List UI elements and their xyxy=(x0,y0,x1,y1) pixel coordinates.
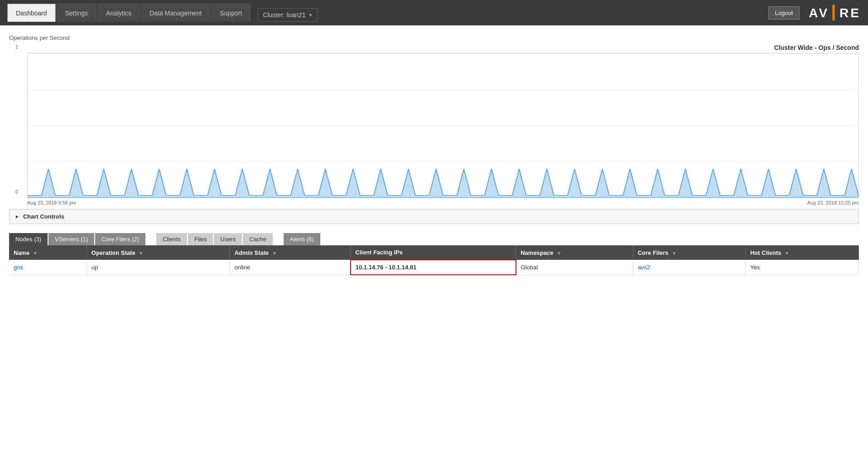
col-header-namespace: Namespace ▼ xyxy=(516,245,633,260)
chart-container: 1 0 Cluster Wide - Ops / Second A xyxy=(9,44,859,205)
table-tab-bar: Nodes (3) VServers (1) Core Filers (2) C… xyxy=(9,233,859,245)
y-axis-top: 1 xyxy=(9,44,18,49)
tab-dashboard[interactable]: Dashboard xyxy=(7,4,56,22)
sort-icon-admin-state[interactable]: ▼ xyxy=(272,251,277,256)
sort-icon-core-filers[interactable]: ▼ xyxy=(672,251,676,256)
header-right: Logout AV┃RE xyxy=(768,5,861,20)
triangle-right-icon: ► xyxy=(15,214,19,219)
header-left: Dashboard Settings Analytics Data Manage… xyxy=(7,4,318,22)
cell-hot-clients: Yes xyxy=(745,260,858,275)
col-header-client-facing-ips: Client Facing IPs xyxy=(351,245,516,260)
tab-analytics[interactable]: Analytics xyxy=(97,4,140,22)
chart-footer: Aug 23, 2018 9:56 pm Aug 23, 2018 10:25 … xyxy=(27,200,859,205)
table-tab-alerts[interactable]: Alerts (6) xyxy=(284,233,320,245)
cell-admin-state: online xyxy=(230,260,351,275)
chart-graph xyxy=(27,53,859,198)
sort-icon-operation-state[interactable]: ▼ xyxy=(139,251,143,256)
chevron-down-icon: ▼ xyxy=(309,13,313,18)
table-tab-clients[interactable]: Clients xyxy=(156,233,187,245)
app-header: Dashboard Settings Analytics Data Manage… xyxy=(0,0,868,25)
tab-support[interactable]: Support xyxy=(211,4,251,22)
col-header-operation-state: Operation State ▼ xyxy=(87,245,230,260)
tab-data-management[interactable]: Data Management xyxy=(141,4,210,22)
chart-time-end: Aug 23, 2018 10:25 pm xyxy=(807,200,859,205)
table-header-row: Name ▼ Operation State ▼ Admin State ▼ C… xyxy=(9,245,859,260)
cell-namespace: Global xyxy=(516,260,633,275)
main-nav: Dashboard Settings Analytics Data Manage… xyxy=(7,4,251,22)
table-row: gns up online 10.1.14.76 - 10.1.14.81 Gl… xyxy=(9,260,859,275)
chart-controls-label: Chart Controls xyxy=(23,213,64,220)
table-tab-core-filers[interactable]: Core Filers (2) xyxy=(95,233,145,245)
table-tab-users[interactable]: Users xyxy=(214,233,242,245)
cell-name: gns xyxy=(9,260,87,275)
core-filers-link[interactable]: avs2 xyxy=(638,264,650,271)
chart-header-label: Cluster Wide - Ops / Second xyxy=(27,44,859,51)
cluster-selector[interactable]: Cluster: loan21 ▼ xyxy=(258,8,318,22)
col-header-hot-clients: Hot Clients ▼ xyxy=(745,245,858,260)
chart-time-start: Aug 23, 2018 9:56 pm xyxy=(27,200,76,205)
sort-icon-name[interactable]: ▼ xyxy=(33,251,38,256)
table-tab-nodes[interactable]: Nodes (3) xyxy=(9,233,48,245)
vservers-table: Name ▼ Operation State ▼ Admin State ▼ C… xyxy=(9,245,859,275)
table-section: Nodes (3) VServers (1) Core Filers (2) C… xyxy=(9,233,859,275)
avere-logo: AV┃RE xyxy=(809,5,861,20)
cell-core-filers: avs2 xyxy=(633,260,745,275)
cell-operation-state: up xyxy=(87,260,230,275)
col-header-core-filers: Core Filers ▼ xyxy=(633,245,745,260)
tab-settings[interactable]: Settings xyxy=(57,4,97,22)
chart-controls-toggle[interactable]: ► Chart Controls xyxy=(9,209,859,224)
y-axis-bottom: 0 xyxy=(9,189,18,195)
cluster-label: Cluster: loan21 xyxy=(263,11,305,19)
sort-icon-hot-clients[interactable]: ▼ xyxy=(785,251,789,256)
logout-button[interactable]: Logout xyxy=(768,6,800,19)
chart-svg xyxy=(28,54,858,198)
table-tab-cache[interactable]: Cache xyxy=(243,233,273,245)
chart-y-axis: 1 0 xyxy=(9,44,18,205)
cell-client-facing-ips: 10.1.14.76 - 10.1.14.81 xyxy=(351,260,516,275)
vserver-name-link[interactable]: gns xyxy=(14,264,23,271)
table-tab-vservers[interactable]: VServers (1) xyxy=(48,233,94,245)
table-tab-files[interactable]: Files xyxy=(188,233,213,245)
main-content: Operations per Second 1 0 Cluster Wide -… xyxy=(0,25,868,453)
col-header-admin-state: Admin State ▼ xyxy=(230,245,351,260)
chart-section: Operations per Second 1 0 Cluster Wide -… xyxy=(9,34,859,224)
chart-area: Cluster Wide - Ops / Second Aug 23, 2018… xyxy=(27,44,859,205)
chart-title: Operations per Second xyxy=(9,34,859,41)
sort-icon-namespace[interactable]: ▼ xyxy=(557,251,561,256)
col-header-name: Name ▼ xyxy=(9,245,87,260)
